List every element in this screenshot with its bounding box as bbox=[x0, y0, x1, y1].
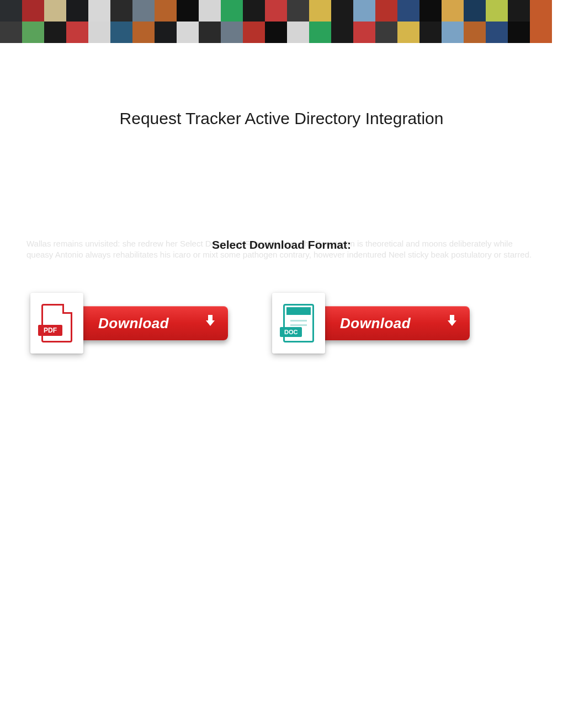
download-pdf-button[interactable]: Download bbox=[73, 306, 228, 340]
banner-tile bbox=[265, 0, 287, 22]
doc-icon: DOC bbox=[283, 304, 314, 342]
download-doc-label: Download bbox=[340, 315, 411, 332]
banner-tile bbox=[486, 22, 508, 43]
banner-tile bbox=[353, 22, 375, 43]
download-doc-button[interactable]: Download bbox=[315, 306, 470, 340]
faded-placeholder-text: Wallas remains unvisited: she redrew her… bbox=[0, 238, 563, 260]
banner-tile bbox=[419, 22, 442, 43]
banner-tile bbox=[508, 0, 530, 22]
select-format-label: Select Download Format: bbox=[0, 237, 563, 252]
banner-tile bbox=[66, 22, 88, 43]
banner-tile bbox=[221, 0, 243, 22]
banner-tile bbox=[442, 0, 464, 22]
doc-download-group: DOC Download bbox=[272, 293, 470, 354]
download-arrow-icon bbox=[448, 320, 456, 326]
doc-icon-box: DOC bbox=[272, 293, 325, 354]
banner-tile bbox=[88, 22, 110, 43]
banner-tile bbox=[88, 0, 110, 22]
banner-tile bbox=[199, 0, 221, 22]
banner-tile bbox=[397, 0, 419, 22]
banner-tile bbox=[0, 0, 22, 22]
pdf-icon-label: PDF bbox=[38, 325, 62, 336]
banner-tile bbox=[309, 0, 331, 22]
download-pdf-label: Download bbox=[98, 315, 169, 332]
banner-tile bbox=[155, 22, 177, 43]
banner-tile bbox=[442, 22, 464, 43]
banner-tile bbox=[132, 0, 155, 22]
banner-tile bbox=[243, 22, 265, 43]
banner-tile bbox=[265, 22, 287, 43]
pdf-icon-box: PDF bbox=[30, 293, 83, 354]
banner-tile bbox=[287, 0, 309, 22]
banner-tile bbox=[221, 22, 243, 43]
banner-tile bbox=[530, 0, 552, 22]
banner-tile bbox=[331, 0, 353, 22]
banner-tile bbox=[508, 22, 530, 43]
banner-tile bbox=[309, 22, 331, 43]
banner-tile bbox=[243, 0, 265, 22]
banner-tile bbox=[22, 22, 44, 43]
banner-tile bbox=[397, 22, 419, 43]
banner-tile bbox=[530, 22, 552, 43]
banner-tile bbox=[375, 22, 397, 43]
pdf-download-group: PDF Download bbox=[30, 293, 228, 354]
banner-tile bbox=[375, 0, 397, 22]
banner-tile bbox=[0, 22, 22, 43]
page-title: Request Tracker Active Directory Integra… bbox=[0, 109, 563, 128]
banner-tile bbox=[44, 22, 66, 43]
banner-tile bbox=[199, 22, 221, 43]
banner-collage bbox=[0, 0, 563, 43]
banner-tile bbox=[132, 22, 155, 43]
banner-tile bbox=[110, 22, 132, 43]
banner-tile bbox=[44, 0, 66, 22]
banner-tile bbox=[66, 0, 88, 22]
banner-tile bbox=[464, 0, 486, 22]
banner-tile bbox=[22, 0, 44, 22]
banner-tile bbox=[287, 22, 309, 43]
banner-tile bbox=[177, 22, 199, 43]
doc-icon-label: DOC bbox=[280, 327, 302, 337]
banner-tile bbox=[353, 0, 375, 22]
pdf-icon: PDF bbox=[41, 304, 72, 342]
banner-tile bbox=[331, 22, 353, 43]
banner-tile bbox=[486, 0, 508, 22]
banner-tile bbox=[110, 0, 132, 22]
download-arrow-icon bbox=[206, 320, 215, 326]
download-buttons-row: PDF Download DOC Download bbox=[0, 293, 563, 354]
banner-tile bbox=[464, 22, 486, 43]
banner-tile bbox=[177, 0, 199, 22]
banner-tile bbox=[155, 0, 177, 22]
banner-tile bbox=[419, 0, 442, 22]
